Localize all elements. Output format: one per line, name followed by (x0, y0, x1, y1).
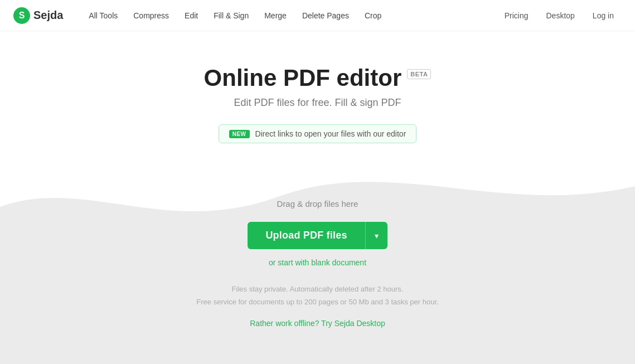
nav-pricing[interactable]: Pricing (497, 0, 536, 31)
upload-btn-wrapper: Upload PDF files ▾ (248, 222, 387, 249)
blank-document-link[interactable]: or start with blank document (269, 258, 366, 267)
nav-merge[interactable]: Merge (256, 0, 294, 31)
hero-title-area: Online PDF editor BETA Edit PDF files fo… (204, 65, 432, 109)
new-feature-text: Direct links to open your files with our… (255, 129, 406, 138)
upload-dropdown-button[interactable]: ▾ (365, 222, 387, 249)
new-badge: NEW (229, 130, 250, 138)
beta-badge: BETA (407, 69, 431, 79)
new-feature-banner: NEW Direct links to open your files with… (219, 124, 417, 143)
nav-right: Pricing Desktop Log in (497, 0, 622, 31)
nav-fill-sign[interactable]: Fill & Sign (206, 0, 256, 31)
nav-desktop[interactable]: Desktop (538, 0, 582, 31)
logo-text: Sejda (33, 9, 63, 22)
nav-all-tools[interactable]: All Tools (81, 0, 125, 31)
wave-section: Drag & drop files here Upload PDF files … (0, 166, 635, 364)
page-title: Online PDF editor BETA (204, 65, 432, 91)
navbar: S Sejda All Tools Compress Edit Fill & S… (0, 0, 635, 31)
privacy-text-2: Free service for documents up to 200 pag… (196, 295, 438, 308)
drag-drop-text: Drag & drop files here (277, 199, 358, 208)
page-subtitle: Edit PDF files for free. Fill & sign PDF (204, 97, 432, 109)
nav-crop[interactable]: Crop (357, 0, 389, 31)
offline-desktop-link[interactable]: Rather work offline? Try Sejda Desktop (250, 319, 385, 328)
nav-links: All Tools Compress Edit Fill & Sign Merg… (81, 0, 496, 31)
upload-pdf-button[interactable]: Upload PDF files (248, 222, 365, 249)
main-content: Online PDF editor BETA Edit PDF files fo… (0, 31, 635, 364)
dropdown-arrow-icon: ▾ (375, 231, 379, 240)
nav-edit[interactable]: Edit (177, 0, 206, 31)
logo[interactable]: S Sejda (13, 7, 63, 24)
nav-compress[interactable]: Compress (125, 0, 177, 31)
nav-login[interactable]: Log in (585, 0, 622, 31)
drop-area: Drag & drop files here Upload PDF files … (0, 166, 635, 364)
nav-delete-pages[interactable]: Delete Pages (294, 0, 357, 31)
logo-icon: S (13, 7, 30, 24)
privacy-text-1: Files stay private. Automatically delete… (232, 283, 404, 295)
